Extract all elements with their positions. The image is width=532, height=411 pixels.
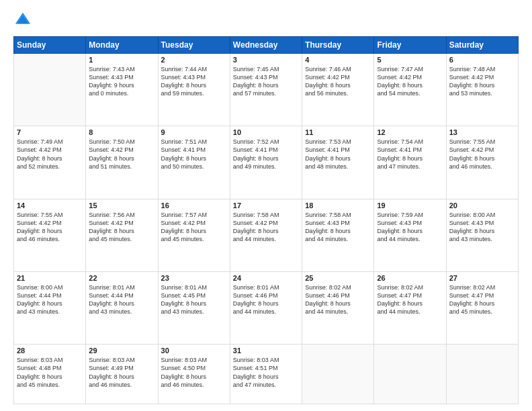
day-number: 10 — [233, 128, 299, 136]
day-info: Sunrise: 8:03 AM Sunset: 4:50 PM Dayligh… — [161, 356, 227, 389]
day-info: Sunrise: 8:03 AM Sunset: 4:49 PM Dayligh… — [89, 356, 154, 389]
calendar-cell: 3Sunrise: 7:45 AM Sunset: 4:43 PM Daylig… — [230, 54, 302, 126]
calendar-cell: 9Sunrise: 7:51 AM Sunset: 4:41 PM Daylig… — [158, 126, 230, 199]
logo-icon — [13, 11, 32, 30]
day-number: 12 — [377, 128, 443, 136]
calendar-cell: 10Sunrise: 7:52 AM Sunset: 4:41 PM Dayli… — [230, 126, 302, 199]
day-number: 6 — [449, 56, 515, 64]
calendar-header-wednesday: Wednesday — [230, 37, 302, 54]
calendar-cell — [374, 345, 446, 404]
day-info: Sunrise: 7:46 AM Sunset: 4:42 PM Dayligh… — [305, 65, 371, 98]
calendar-week-1: 7Sunrise: 7:49 AM Sunset: 4:42 PM Daylig… — [14, 126, 519, 199]
day-number: 26 — [377, 274, 443, 282]
calendar-cell: 24Sunrise: 8:01 AM Sunset: 4:46 PM Dayli… — [230, 271, 302, 344]
day-number: 4 — [305, 56, 371, 64]
calendar-cell: 15Sunrise: 7:56 AM Sunset: 4:42 PM Dayli… — [86, 199, 158, 271]
day-number: 27 — [449, 274, 515, 282]
calendar-cell — [302, 345, 374, 404]
day-info: Sunrise: 7:51 AM Sunset: 4:41 PM Dayligh… — [161, 138, 227, 171]
day-info: Sunrise: 7:50 AM Sunset: 4:42 PM Dayligh… — [89, 138, 154, 171]
day-info: Sunrise: 8:01 AM Sunset: 4:45 PM Dayligh… — [161, 283, 227, 316]
day-number: 7 — [17, 128, 83, 136]
calendar-header-saturday: Saturday — [446, 37, 518, 54]
calendar-cell: 19Sunrise: 7:59 AM Sunset: 4:43 PM Dayli… — [374, 199, 446, 271]
day-info: Sunrise: 7:57 AM Sunset: 4:42 PM Dayligh… — [161, 211, 227, 244]
day-number: 15 — [89, 201, 154, 210]
day-number: 25 — [305, 274, 371, 282]
day-number: 11 — [305, 128, 371, 136]
page: SundayMondayTuesdayWednesdayThursdayFrid… — [0, 0, 532, 411]
calendar-cell: 30Sunrise: 8:03 AM Sunset: 4:50 PM Dayli… — [158, 345, 230, 404]
day-number: 5 — [377, 56, 443, 64]
day-number: 20 — [449, 201, 515, 210]
day-info: Sunrise: 7:49 AM Sunset: 4:42 PM Dayligh… — [17, 138, 83, 171]
calendar-cell: 18Sunrise: 7:58 AM Sunset: 4:43 PM Dayli… — [302, 199, 374, 271]
calendar-cell: 4Sunrise: 7:46 AM Sunset: 4:42 PM Daylig… — [302, 54, 374, 126]
day-number: 16 — [161, 201, 227, 210]
day-info: Sunrise: 8:02 AM Sunset: 4:46 PM Dayligh… — [305, 283, 371, 316]
day-info: Sunrise: 8:03 AM Sunset: 4:48 PM Dayligh… — [17, 356, 83, 389]
day-info: Sunrise: 8:01 AM Sunset: 4:46 PM Dayligh… — [233, 283, 299, 316]
day-info: Sunrise: 7:59 AM Sunset: 4:43 PM Dayligh… — [377, 211, 443, 244]
day-info: Sunrise: 7:54 AM Sunset: 4:41 PM Dayligh… — [377, 138, 443, 171]
day-number: 1 — [89, 56, 154, 64]
calendar-cell: 16Sunrise: 7:57 AM Sunset: 4:42 PM Dayli… — [158, 199, 230, 271]
day-number: 30 — [161, 347, 227, 355]
calendar-cell — [446, 345, 518, 404]
calendar-header-row: SundayMondayTuesdayWednesdayThursdayFrid… — [14, 37, 519, 54]
day-info: Sunrise: 8:02 AM Sunset: 4:47 PM Dayligh… — [377, 283, 443, 316]
logo — [13, 11, 35, 30]
calendar-cell: 31Sunrise: 8:03 AM Sunset: 4:51 PM Dayli… — [230, 345, 302, 404]
calendar-header-thursday: Thursday — [302, 37, 374, 54]
calendar-week-4: 28Sunrise: 8:03 AM Sunset: 4:48 PM Dayli… — [14, 345, 519, 404]
calendar-week-0: 1Sunrise: 7:43 AM Sunset: 4:43 PM Daylig… — [14, 54, 519, 126]
day-info: Sunrise: 7:55 AM Sunset: 4:42 PM Dayligh… — [449, 138, 515, 171]
header — [13, 11, 519, 30]
day-number: 29 — [89, 347, 154, 355]
calendar-cell: 23Sunrise: 8:01 AM Sunset: 4:45 PM Dayli… — [158, 271, 230, 344]
day-number: 2 — [161, 56, 227, 64]
day-info: Sunrise: 7:55 AM Sunset: 4:42 PM Dayligh… — [17, 211, 83, 244]
calendar-cell: 17Sunrise: 7:58 AM Sunset: 4:42 PM Dayli… — [230, 199, 302, 271]
calendar-header-tuesday: Tuesday — [158, 37, 230, 54]
day-info: Sunrise: 7:52 AM Sunset: 4:41 PM Dayligh… — [233, 138, 299, 171]
calendar-cell: 14Sunrise: 7:55 AM Sunset: 4:42 PM Dayli… — [14, 199, 86, 271]
day-info: Sunrise: 8:03 AM Sunset: 4:51 PM Dayligh… — [233, 356, 299, 389]
day-info: Sunrise: 7:47 AM Sunset: 4:42 PM Dayligh… — [377, 65, 443, 98]
calendar-cell: 11Sunrise: 7:53 AM Sunset: 4:41 PM Dayli… — [302, 126, 374, 199]
calendar-cell: 22Sunrise: 8:01 AM Sunset: 4:44 PM Dayli… — [86, 271, 158, 344]
calendar-cell: 5Sunrise: 7:47 AM Sunset: 4:42 PM Daylig… — [374, 54, 446, 126]
day-info: Sunrise: 7:45 AM Sunset: 4:43 PM Dayligh… — [233, 65, 299, 98]
calendar-cell: 8Sunrise: 7:50 AM Sunset: 4:42 PM Daylig… — [86, 126, 158, 199]
day-info: Sunrise: 8:02 AM Sunset: 4:47 PM Dayligh… — [449, 283, 515, 316]
day-info: Sunrise: 7:44 AM Sunset: 4:43 PM Dayligh… — [161, 65, 227, 98]
day-number: 21 — [17, 274, 83, 282]
day-info: Sunrise: 7:53 AM Sunset: 4:41 PM Dayligh… — [305, 138, 371, 171]
calendar-week-3: 21Sunrise: 8:00 AM Sunset: 4:44 PM Dayli… — [14, 271, 519, 344]
calendar-cell: 27Sunrise: 8:02 AM Sunset: 4:47 PM Dayli… — [446, 271, 518, 344]
calendar-week-2: 14Sunrise: 7:55 AM Sunset: 4:42 PM Dayli… — [14, 199, 519, 271]
calendar-cell: 2Sunrise: 7:44 AM Sunset: 4:43 PM Daylig… — [158, 54, 230, 126]
day-number: 24 — [233, 274, 299, 282]
calendar-cell: 28Sunrise: 8:03 AM Sunset: 4:48 PM Dayli… — [14, 345, 86, 404]
calendar-cell: 20Sunrise: 8:00 AM Sunset: 4:43 PM Dayli… — [446, 199, 518, 271]
calendar-table: SundayMondayTuesdayWednesdayThursdayFrid… — [13, 36, 519, 404]
calendar-cell: 1Sunrise: 7:43 AM Sunset: 4:43 PM Daylig… — [86, 54, 158, 126]
day-number: 8 — [89, 128, 154, 136]
day-info: Sunrise: 8:00 AM Sunset: 4:44 PM Dayligh… — [17, 283, 83, 316]
day-number: 28 — [17, 347, 83, 355]
calendar-cell: 21Sunrise: 8:00 AM Sunset: 4:44 PM Dayli… — [14, 271, 86, 344]
calendar-header-friday: Friday — [374, 37, 446, 54]
calendar-cell: 12Sunrise: 7:54 AM Sunset: 4:41 PM Dayli… — [374, 126, 446, 199]
day-number: 18 — [305, 201, 371, 210]
calendar-cell: 29Sunrise: 8:03 AM Sunset: 4:49 PM Dayli… — [86, 345, 158, 404]
day-number: 17 — [233, 201, 299, 210]
day-info: Sunrise: 8:01 AM Sunset: 4:44 PM Dayligh… — [89, 283, 154, 316]
day-info: Sunrise: 7:43 AM Sunset: 4:43 PM Dayligh… — [89, 65, 154, 98]
day-number: 13 — [449, 128, 515, 136]
day-info: Sunrise: 7:48 AM Sunset: 4:42 PM Dayligh… — [449, 65, 515, 98]
calendar-cell: 25Sunrise: 8:02 AM Sunset: 4:46 PM Dayli… — [302, 271, 374, 344]
calendar-cell — [14, 54, 86, 126]
day-number: 3 — [233, 56, 299, 64]
calendar-header-monday: Monday — [86, 37, 158, 54]
